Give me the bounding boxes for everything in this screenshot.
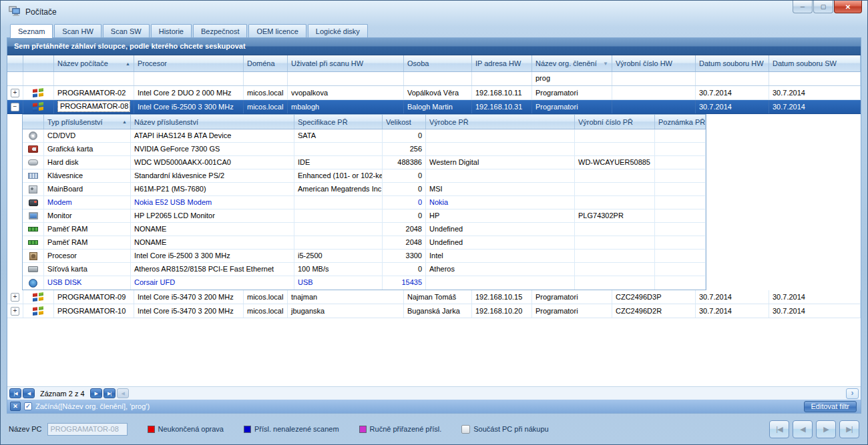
ram-icon bbox=[28, 240, 38, 245]
tab-oem-licence[interactable]: OEM licence bbox=[248, 24, 306, 37]
clear-filter-button[interactable]: ✕ bbox=[10, 402, 21, 411]
cell-velikost: 0 bbox=[383, 209, 426, 222]
column-header-procesor[interactable]: Procesor bbox=[134, 55, 244, 71]
accessory-row[interactable]: CD/DVD ATAPI iHAS124 B ATA Device SATA 0 bbox=[23, 129, 706, 143]
expand-button[interactable]: + bbox=[11, 89, 19, 97]
detail-column-header-typ[interactable]: Typ příslušenství ▲ bbox=[44, 115, 131, 129]
filter-cell[interactable] bbox=[23, 72, 54, 85]
filter-cell[interactable] bbox=[244, 72, 288, 85]
accessory-row[interactable]: MainBoard H61M-P21 (MS-7680) American Me… bbox=[23, 183, 706, 196]
filter-cell[interactable] bbox=[472, 72, 532, 85]
next-record-button[interactable]: ▶ bbox=[816, 420, 836, 438]
column-header-label: Doména bbox=[247, 59, 275, 67]
footer-navigator: |◀ ◀ ▶ ▶| bbox=[769, 420, 859, 438]
accessory-row[interactable]: Síťová karta Atheros AR8152/8158 PCI-E F… bbox=[23, 263, 706, 276]
nav-last-record-button[interactable]: ▶| bbox=[103, 388, 116, 398]
last-record-button[interactable]: ▶| bbox=[839, 420, 859, 438]
name-pc-input[interactable] bbox=[47, 423, 128, 436]
detail-column-header-vyrobce[interactable]: Výrobce PŘ bbox=[426, 115, 575, 129]
first-record-button[interactable]: |◀ bbox=[769, 420, 789, 438]
group-by-bar[interactable]: Sem přetáhněte záhlaví sloupce, podle kt… bbox=[7, 38, 861, 55]
accessory-row-not-found-by-scan[interactable]: USB DISK Corsair UFD USB 15435 bbox=[23, 276, 706, 290]
nav-first-record-button[interactable]: |◀ bbox=[9, 388, 21, 398]
cell-nazev-pocitace-editor[interactable]: PROGRAMATOR-08 bbox=[57, 101, 130, 112]
tab-scan-hw[interactable]: Scan HW bbox=[54, 24, 101, 37]
cell-vyrobce: MSI bbox=[426, 183, 575, 195]
column-header-org-cleneni[interactable]: Název org. členění ▼ bbox=[532, 55, 612, 71]
filter-cell[interactable] bbox=[769, 72, 861, 85]
filter-cell-org[interactable]: prog bbox=[532, 72, 612, 85]
modem-icon bbox=[29, 199, 38, 206]
detail-column-header-specifikace[interactable]: Specifikace PŘ bbox=[294, 115, 383, 129]
close-button[interactable]: ✕ bbox=[834, 1, 862, 13]
prev-record-button[interactable]: ◀ bbox=[793, 420, 813, 438]
cell-nazev: ATAPI iHAS124 B ATA Device bbox=[131, 129, 294, 142]
tab-logicke-disky[interactable]: Logické disky bbox=[308, 24, 368, 37]
expand-button[interactable]: + bbox=[11, 293, 19, 302]
cell-osoba: Vopálková Věra bbox=[404, 86, 472, 99]
tab-seznam[interactable]: Seznam bbox=[10, 24, 53, 38]
purchase-part-checkbox[interactable] bbox=[461, 425, 470, 434]
column-header-domena[interactable]: Doména bbox=[244, 55, 288, 71]
tab-historie[interactable]: Historie bbox=[151, 24, 192, 37]
cell-org: Programatori bbox=[532, 290, 612, 304]
computer-row[interactable]: + PROGRAMATOR-10 Intel Core i5-3470 3 20… bbox=[7, 304, 861, 318]
cell-spec: USB bbox=[294, 276, 383, 290]
cell-uzivatel: tnajman bbox=[288, 290, 404, 304]
filter-enabled-checkbox[interactable]: ✓ bbox=[24, 402, 32, 410]
filter-funnel-icon[interactable]: ▼ bbox=[601, 61, 608, 67]
content-panel: Sem přetáhněte záhlaví sloupce, podle kt… bbox=[7, 37, 861, 414]
cell-vyrobce: Undefined bbox=[426, 236, 575, 249]
detail-column-header-velikost[interactable]: Velikost bbox=[383, 115, 426, 129]
filter-cell[interactable] bbox=[404, 72, 472, 85]
cell-velikost: 0 bbox=[383, 183, 426, 195]
collapse-button[interactable]: − bbox=[11, 103, 19, 111]
accessory-row[interactable]: Procesor Intel Core i5-2500 3 300 MHz i5… bbox=[23, 250, 706, 263]
cell-vyrobce: Intel bbox=[426, 250, 575, 262]
cell-procesor: Intel Core i5-2500 3 300 MHz bbox=[134, 100, 244, 113]
cell-poznamka bbox=[655, 183, 706, 195]
accessory-row[interactable]: Grafická karta NVIDIA GeForce 7300 GS 25… bbox=[23, 143, 706, 156]
cell-poznamka bbox=[655, 209, 706, 222]
tab-bezpecnost[interactable]: Bezpečnost bbox=[193, 24, 247, 37]
nav-next-record-button[interactable]: ▶ bbox=[90, 388, 102, 398]
edit-filter-button[interactable]: Editovat filtr bbox=[804, 401, 857, 412]
minimize-button[interactable]: ─ bbox=[793, 1, 813, 13]
detail-column-header-vyrobni-cislo[interactable]: Výrobní číslo PŘ bbox=[575, 115, 655, 129]
cell-datum-hw: 30.7.2014 bbox=[696, 290, 769, 304]
column-header-vyrobni-cislo[interactable]: Výrobní číslo HW bbox=[612, 55, 696, 71]
filter-cell[interactable] bbox=[54, 72, 134, 85]
tab-scan-sw[interactable]: Scan SW bbox=[103, 24, 150, 37]
nav-prev-record-button[interactable]: ◀ bbox=[23, 388, 35, 398]
column-header-osoba[interactable]: Osoba bbox=[404, 55, 472, 71]
column-header-datum-hw[interactable]: Datum souboru HW bbox=[696, 55, 769, 71]
column-header-label: IP adresa HW bbox=[475, 59, 521, 67]
column-header-nazev-pocitace[interactable]: Název počítače ▲ bbox=[54, 55, 134, 71]
computer-row[interactable]: + PROGRAMATOR-09 Intel Core i5-3470 3 20… bbox=[7, 290, 861, 304]
cell-vyrobni-cislo: WD-WCAYUER50885 bbox=[575, 156, 655, 169]
column-header-datum-sw[interactable]: Datum souboru SW bbox=[769, 55, 861, 71]
accessory-row[interactable]: Paměť RAM NONAME 2048 Undefined bbox=[23, 223, 706, 236]
detail-column-header-poznamka[interactable]: Poznámka PŘ bbox=[655, 115, 706, 129]
filter-cell[interactable] bbox=[288, 72, 404, 85]
maximize-button[interactable]: ▢ bbox=[813, 1, 833, 13]
filter-cell[interactable] bbox=[612, 72, 696, 85]
expand-button[interactable]: + bbox=[11, 307, 19, 316]
filter-cell[interactable] bbox=[134, 72, 244, 85]
accessory-row-not-found-by-scan[interactable]: Modem Nokia E52 USB Modem 0 Nokia bbox=[23, 196, 706, 209]
accessory-row[interactable]: Klávesnice Standardní klávesnice PS/2 En… bbox=[23, 169, 706, 183]
computer-row-selected[interactable]: − PROGRAMATOR-08 Intel Core i5-2500 3 30… bbox=[7, 100, 861, 114]
column-header-uzivatel[interactable]: Uživatel při scanu HW bbox=[288, 55, 404, 71]
detail-column-header-nazev[interactable]: Název příslušenství bbox=[131, 115, 294, 129]
scroll-right-button[interactable]: › bbox=[846, 388, 859, 399]
accessory-row[interactable]: Monitor HP LP2065 LCD Monitor 0 HP PLG74… bbox=[23, 209, 706, 223]
filter-cell[interactable] bbox=[7, 72, 23, 85]
accessory-row[interactable]: Paměť RAM NONAME 2048 Undefined bbox=[23, 236, 706, 250]
computer-row[interactable]: + PROGRAMATOR-02 Intel Core 2 DUO 2 000 … bbox=[7, 86, 861, 100]
cell-vyrobni-cislo bbox=[575, 169, 655, 182]
filter-cell[interactable] bbox=[696, 72, 769, 85]
cell-velikost: 0 bbox=[383, 196, 426, 209]
column-header-label: Název počítače bbox=[57, 59, 108, 67]
column-header-ip-adresa[interactable]: IP adresa HW bbox=[472, 55, 532, 71]
accessory-row[interactable]: Hard disk WDC WD5000AAKX-001CA0 IDE 4883… bbox=[23, 156, 706, 169]
